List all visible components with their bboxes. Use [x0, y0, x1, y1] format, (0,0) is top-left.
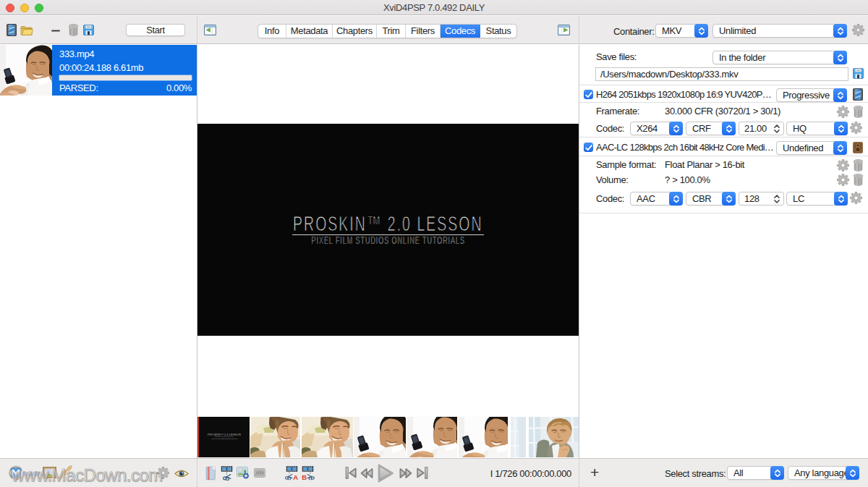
settings-gear-icon[interactable]	[157, 467, 169, 479]
chevrons-icon	[694, 24, 708, 38]
pencil-icon[interactable]	[58, 465, 72, 480]
trim-end-icon[interactable]	[301, 466, 315, 480]
window-title: XviD4PSP 7.0.492 DAILY	[0, 2, 868, 13]
chevrons-icon	[833, 88, 847, 102]
detach-panel-left-icon[interactable]	[204, 25, 216, 35]
audio-codec-gear-icon[interactable]	[850, 192, 862, 204]
tab-trim[interactable]: Trim	[377, 25, 406, 38]
chevrons-icon	[669, 122, 683, 135]
file-thumbnail	[0, 45, 52, 96]
filmstrip-frame[interactable]	[511, 417, 526, 457]
tab-filters[interactable]: Filters	[406, 25, 441, 38]
play-button-icon[interactable]	[377, 464, 394, 483]
go-to-start-icon[interactable]	[345, 467, 357, 479]
audio-stream-checkbox[interactable]	[584, 143, 593, 152]
volume-gear-icon[interactable]	[837, 174, 849, 186]
filmstrip-frame[interactable]	[459, 417, 508, 457]
cut-film-icon[interactable]	[221, 466, 233, 480]
picture-icon[interactable]	[43, 467, 56, 478]
toolbar: Start Info Metadata Chapters Trim Filter…	[0, 16, 868, 44]
audio-profile-select[interactable]: LC	[786, 192, 848, 206]
save-task-icon[interactable]	[83, 25, 94, 35]
trim-start-icon[interactable]	[285, 466, 299, 480]
container-settings-gear-icon[interactable]	[852, 24, 864, 36]
stepper-arrows-icon	[773, 194, 782, 205]
tab-metadata[interactable]: Metadata	[286, 25, 333, 38]
filmstrip-frame[interactable]	[529, 417, 579, 457]
status-bar: www.MacDown.com I 1/726 00:00:00.000 + S…	[0, 458, 868, 487]
preview-panel: PROSKIN™ 2.0 LESSON PIXEL FILM STUDIOS O…	[197, 45, 579, 458]
file-duration-size: 00:00:24.188 6.61mb	[59, 62, 143, 73]
save-files-label: Save files:	[596, 51, 637, 62]
scan-type-select[interactable]: Progressive	[776, 88, 847, 102]
separator	[579, 213, 868, 213]
www-icon[interactable]	[26, 468, 41, 478]
save-mode-select[interactable]: In the folder	[712, 51, 847, 64]
tab-info[interactable]: Info	[258, 25, 286, 38]
task-list-icon[interactable]	[7, 24, 17, 36]
eye-icon[interactable]	[174, 469, 189, 478]
language-select[interactable]: Any language	[788, 466, 859, 480]
audio-codec-select[interactable]: AAC	[630, 192, 683, 206]
chevrons-icon	[669, 192, 683, 206]
container-label: Container:	[613, 26, 654, 37]
save-frame-icon[interactable]	[237, 467, 250, 479]
separator	[579, 85, 868, 85]
chevrons-icon	[722, 192, 736, 206]
video-preview[interactable]: PROSKIN™ 2.0 LESSON PIXEL FILM STUDIOS O…	[197, 124, 579, 336]
filmstrip[interactable]	[197, 417, 579, 457]
audio-rate-value-stepper[interactable]: 128	[739, 192, 784, 206]
preview-screen-icon[interactable]	[254, 468, 265, 478]
filmstrip-frame[interactable]	[407, 417, 457, 457]
next-frame-icon[interactable]	[399, 467, 412, 479]
detach-panel-right-icon[interactable]	[558, 25, 570, 35]
email-icon[interactable]	[8, 465, 24, 481]
file-list: 333.mp4 00:00:24.188 6.61mb PARSED: 0.00…	[0, 45, 197, 458]
title-bar: XviD4PSP 7.0.492 DAILY	[0, 0, 868, 15]
browse-save-icon[interactable]	[853, 68, 864, 79]
video-codec-select[interactable]: X264	[630, 122, 683, 135]
volume-value: ? > 100.0%	[665, 174, 710, 185]
chevrons-icon	[770, 466, 784, 480]
tab-chapters[interactable]: Chapters	[333, 25, 377, 38]
audio-rate-mode-select[interactable]: CBR	[686, 192, 736, 206]
sample-format-trash-icon[interactable]	[853, 158, 864, 171]
file-list-item[interactable]: 333.mp4 00:00:24.188 6.61mb PARSED: 0.00…	[0, 45, 197, 96]
statusbar-divider	[579, 459, 579, 487]
select-streams-label: Select streams:	[665, 468, 726, 479]
container-limit-select[interactable]: Unlimited	[712, 24, 847, 38]
audio-language-select[interactable]: Undefined	[776, 141, 847, 155]
chevrons-icon	[833, 24, 847, 38]
volume-trash-icon[interactable]	[853, 173, 864, 186]
streams-select[interactable]: All	[727, 466, 784, 480]
open-file-icon[interactable]	[20, 25, 33, 35]
filmstrip-frame-current[interactable]	[197, 417, 250, 457]
script-notes-icon[interactable]	[205, 466, 216, 480]
filmstrip-frame[interactable]	[302, 417, 353, 457]
container-format-select[interactable]: MKV	[655, 24, 708, 38]
video-codec-gear-icon[interactable]	[850, 122, 862, 134]
framerate-gear-icon[interactable]	[837, 106, 849, 118]
tab-codecs[interactable]: Codecs	[441, 25, 480, 38]
go-to-end-icon[interactable]	[417, 467, 428, 479]
toolbar-divider	[197, 16, 197, 43]
sample-format-gear-icon[interactable]	[837, 159, 849, 171]
save-path-field[interactable]: /Users/macdown/Desktop/333.mkv	[595, 67, 848, 81]
delete-task-icon[interactable]	[68, 23, 79, 36]
add-stream-button[interactable]: +	[586, 462, 603, 483]
video-rate-value-stepper[interactable]: 21.00	[739, 122, 784, 135]
chevrons-icon	[834, 192, 848, 206]
filmstrip-frame[interactable]	[250, 417, 300, 457]
video-stream-checkbox[interactable]	[584, 90, 593, 99]
file-status-value: 0.00%	[166, 82, 192, 93]
previous-frame-icon[interactable]	[360, 467, 373, 479]
start-button[interactable]: Start	[126, 24, 185, 36]
filmstrip-frame[interactable]	[354, 417, 406, 457]
tab-status[interactable]: Status	[480, 25, 516, 38]
video-rate-mode-select[interactable]: CRF	[686, 122, 736, 135]
video-stream-summary: H264 2051kbps 1920x1080p 16:9 YUV420P…	[596, 89, 771, 100]
framerate-trash-icon[interactable]	[853, 105, 864, 118]
video-preset-select[interactable]: HQ	[786, 122, 848, 135]
video-codec-label: Codec:	[596, 123, 624, 134]
remove-task-icon[interactable]	[51, 30, 60, 32]
